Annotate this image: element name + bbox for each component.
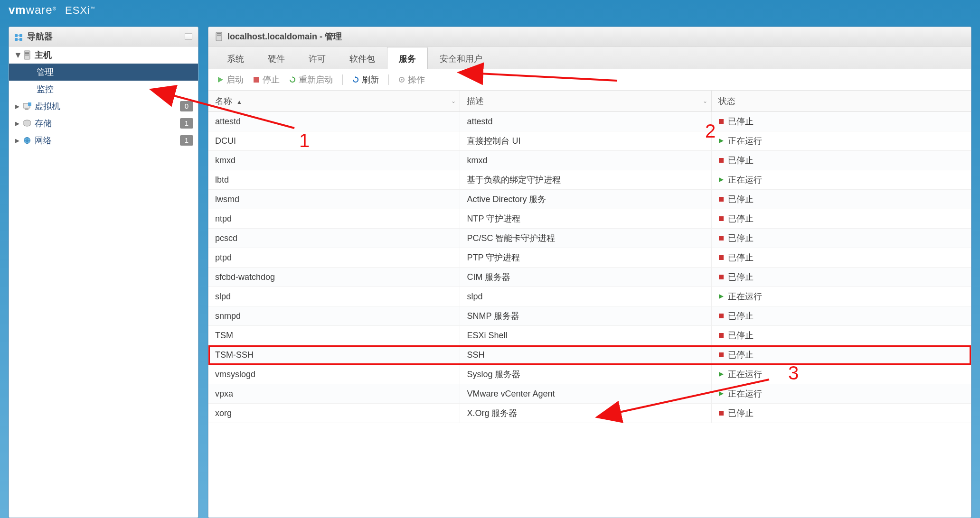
service-state: 已停止: [712, 268, 971, 287]
service-name: TSM-SSH: [208, 345, 460, 365]
service-desc: Syslog 服务器: [460, 365, 712, 384]
tab-3[interactable]: 软件包: [338, 47, 387, 69]
nav-host-sub-1[interactable]: 监控: [9, 81, 198, 98]
svg-marker-38: [719, 391, 724, 396]
brand-tm: ™: [90, 6, 95, 11]
service-row[interactable]: TSM-SSHSSH已停止: [208, 345, 971, 365]
service-row[interactable]: xorgX.Org 服务器已停止: [208, 404, 971, 423]
nav-group-vm[interactable]: ▸虚拟机0: [9, 98, 198, 115]
svg-marker-25: [719, 139, 724, 143]
chevron-down-icon[interactable]: ⌄: [703, 98, 707, 104]
service-desc: VMware vCenter Agent: [460, 384, 712, 404]
tab-0[interactable]: 系统: [215, 47, 256, 69]
stopped-icon: [718, 352, 724, 358]
service-name: lbtd: [208, 170, 460, 190]
service-state: 已停止: [712, 190, 971, 209]
col-name-header[interactable]: 名称 ▲ ⌄: [208, 91, 460, 112]
service-row[interactable]: kmxdkmxd已停止: [208, 151, 971, 170]
svg-rect-36: [719, 352, 724, 357]
service-row[interactable]: ptpdPTP 守护进程已停止: [208, 248, 971, 268]
service-name: ntpd: [208, 209, 460, 229]
col-state-header[interactable]: 状态: [712, 91, 971, 112]
service-row[interactable]: lwsmdActive Directory 服务已停止: [208, 190, 971, 209]
actions-button[interactable]: 操作: [398, 74, 425, 85]
service-state: 已停止: [712, 345, 971, 365]
stopped-icon: [718, 313, 724, 319]
chevron-down-icon[interactable]: ⌄: [451, 98, 456, 104]
service-desc: SNMP 服务器: [460, 306, 712, 326]
gear-icon: [398, 76, 405, 83]
toolbar-separator: [342, 74, 343, 85]
svg-point-23: [401, 79, 403, 81]
restart-icon: [289, 76, 296, 83]
svg-rect-31: [719, 255, 724, 260]
tab-1[interactable]: 硬件: [256, 47, 297, 69]
service-desc: CIM 服务器: [460, 268, 712, 287]
services-table-wrap: 名称 ▲ ⌄ 描述 ⌄ 状态 attestdattestd已停止DCUI直: [208, 91, 971, 518]
service-name: xorg: [208, 404, 460, 423]
svg-rect-17: [217, 35, 221, 36]
nav-group-label: 存储: [35, 118, 52, 129]
start-button[interactable]: 启动: [217, 74, 244, 85]
service-row[interactable]: TSMESXi Shell已停止: [208, 326, 971, 345]
service-row[interactable]: pcscdPC/SC 智能卡守护进程已停止: [208, 229, 971, 248]
caret-right-icon: ▸: [14, 135, 20, 146]
service-state: 已停止: [712, 306, 971, 326]
service-desc: SSH: [460, 345, 712, 365]
service-row[interactable]: attestdattestd已停止: [208, 112, 971, 131]
tab-2[interactable]: 许可: [297, 47, 338, 69]
brand-esxi: ESXi: [65, 4, 90, 16]
nav-group-count: 0: [180, 101, 193, 111]
network-icon: [22, 137, 32, 144]
service-row[interactable]: lbtd基于负载的绑定守护进程正在运行: [208, 170, 971, 190]
nav-group-label: 虚拟机: [35, 101, 60, 112]
stopped-icon: [718, 119, 724, 124]
stopped-icon: [718, 333, 724, 338]
service-desc: PTP 守护进程: [460, 248, 712, 268]
service-row[interactable]: slpdslpd正在运行: [208, 287, 971, 306]
navigator-title: 导航器: [27, 31, 53, 42]
col-state-label: 状态: [718, 96, 735, 106]
service-name: vpxa: [208, 384, 460, 404]
service-row[interactable]: DCUI直接控制台 UI正在运行: [208, 131, 971, 151]
brand-reg: ®: [53, 6, 57, 11]
running-icon: [718, 138, 724, 144]
service-state: 已停止: [712, 229, 971, 248]
nav-group-storage[interactable]: ▸存储1: [9, 115, 198, 132]
service-row[interactable]: ntpdNTP 守护进程已停止: [208, 209, 971, 229]
svg-rect-12: [28, 102, 31, 106]
col-name-label: 名称: [215, 96, 232, 106]
start-label: 启动: [226, 74, 244, 85]
brand-ware: ware: [26, 3, 53, 16]
refresh-button[interactable]: 刷新: [352, 74, 379, 85]
restart-button[interactable]: 重新启动: [289, 74, 333, 85]
tab-5[interactable]: 安全和用户: [428, 47, 494, 69]
svg-rect-9: [25, 55, 29, 56]
navigator-panel: 导航器 ▼ 主机 管理监控 ▸虚拟机0▸存储1▸网络1: [9, 27, 198, 518]
service-row[interactable]: snmpdSNMP 服务器已停止: [208, 306, 971, 326]
service-row[interactable]: vmsyslogdSyslog 服务器正在运行: [208, 365, 971, 384]
nav-group-label: 网络: [35, 135, 52, 146]
nav-host[interactable]: ▼ 主机: [9, 46, 198, 64]
service-name: attestd: [208, 112, 460, 131]
svg-rect-3: [19, 38, 22, 41]
service-desc: Active Directory 服务: [460, 190, 712, 209]
stopped-icon: [718, 274, 724, 280]
col-desc-header[interactable]: 描述 ⌄: [460, 91, 712, 112]
stop-button[interactable]: 停止: [253, 74, 280, 85]
service-row[interactable]: sfcbd-watchdogCIM 服务器已停止: [208, 268, 971, 287]
service-desc: 基于负载的绑定守护进程: [460, 170, 712, 190]
tab-4[interactable]: 服务: [387, 47, 428, 69]
svg-rect-30: [719, 236, 724, 240]
nav-host-sub-0[interactable]: 管理: [9, 64, 198, 81]
host-icon: [22, 50, 32, 60]
service-row[interactable]: vpxaVMware vCenter Agent正在运行: [208, 384, 971, 404]
svg-rect-19: [254, 77, 259, 83]
navigator-header: 导航器: [9, 27, 198, 46]
stop-label: 停止: [263, 74, 280, 85]
service-name: ptpd: [208, 248, 460, 268]
svg-marker-27: [719, 177, 724, 182]
service-state: 已停止: [712, 112, 971, 131]
nav-group-network[interactable]: ▸网络1: [9, 132, 198, 149]
navigator-collapse-button[interactable]: [185, 33, 192, 40]
